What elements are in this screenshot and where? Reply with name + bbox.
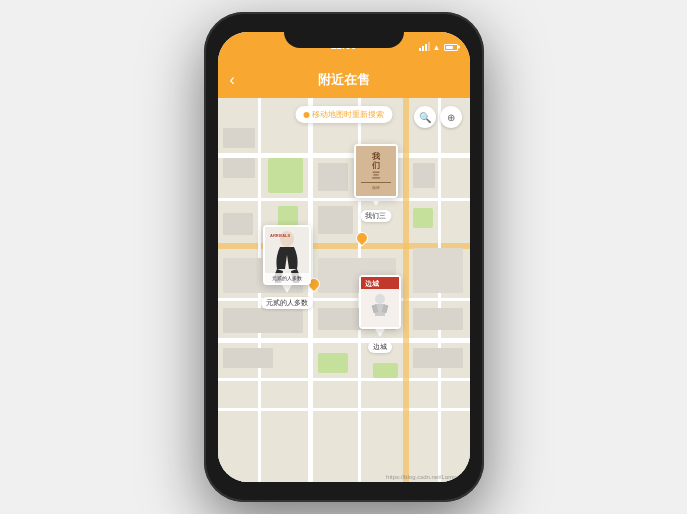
svg-rect-19 — [223, 128, 255, 148]
pin-head-2 — [354, 230, 371, 247]
map-search-icons: 🔍 ⊕ — [414, 106, 462, 128]
signal-icon — [419, 43, 430, 51]
book-cover-1: 我们三 杨绛 — [356, 146, 396, 196]
location-pin-2 — [356, 232, 368, 244]
svg-point-39 — [375, 294, 385, 304]
svg-rect-6 — [218, 378, 470, 381]
map-area: UCHENGMENWAIRESIDENTIALDISTRICT YUERESID… — [218, 98, 470, 482]
svg-rect-28 — [223, 308, 303, 333]
book-card-2: ARRIVALS 元贰的人多数 — [263, 225, 311, 285]
map-background — [218, 98, 470, 482]
phone-screen: 12:00 ▲ ‹ 附近在售 — [218, 32, 470, 482]
pin-arrow-2 — [282, 285, 292, 293]
svg-rect-20 — [223, 158, 255, 178]
refresh-label: 移动地图时重新搜索 — [312, 109, 384, 120]
status-bar: 12:00 ▲ — [218, 32, 470, 62]
watermark: https://blog.csdn.net/Lamonlyi — [386, 474, 465, 480]
svg-rect-31 — [223, 348, 273, 368]
book-card-1: 我们三 杨绛 — [354, 144, 398, 198]
book-title-1: 我们三 — [360, 210, 391, 222]
refresh-dot — [303, 112, 309, 118]
book-title-2: 元贰的人多数 — [261, 297, 313, 309]
back-button[interactable]: ‹ — [230, 71, 235, 89]
svg-rect-2 — [218, 198, 470, 201]
nav-bar: ‹ 附近在售 — [218, 62, 470, 98]
search-icon-button[interactable]: 🔍 — [414, 106, 436, 128]
book-cover-2: ARRIVALS 元贰的人多数 — [265, 227, 309, 283]
svg-rect-32 — [413, 348, 463, 368]
svg-rect-1 — [218, 153, 470, 158]
cover-design-3: 边城 — [361, 277, 399, 327]
svg-text:边城: 边城 — [365, 279, 380, 287]
pin-arrow-3 — [375, 329, 385, 337]
svg-rect-30 — [413, 308, 463, 330]
svg-rect-21 — [318, 163, 348, 191]
svg-rect-7 — [218, 408, 470, 411]
phone-frame: 12:00 ▲ ‹ 附近在售 — [204, 12, 484, 502]
svg-rect-4 — [218, 298, 470, 301]
status-time: 12:00 — [331, 40, 357, 51]
battery-icon — [444, 44, 458, 51]
book-pin-2[interactable]: ARRIVALS 元贰的人多数 元贰的人多数 — [263, 225, 311, 293]
book-title-3: 边城 — [368, 341, 392, 353]
svg-text:ARRIVALS: ARRIVALS — [270, 233, 290, 238]
status-icons: ▲ — [419, 43, 458, 52]
svg-rect-16 — [413, 208, 433, 228]
nav-title: 附近在售 — [318, 71, 370, 89]
refresh-bar[interactable]: 移动地图时重新搜索 — [295, 106, 392, 123]
svg-rect-13 — [268, 158, 303, 193]
pin-arrow-1 — [371, 198, 381, 206]
book-card-3: 边城 — [359, 275, 401, 329]
svg-rect-17 — [318, 353, 348, 373]
svg-rect-5 — [218, 338, 470, 343]
book-pin-1[interactable]: 我们三 杨绛 我们三 — [354, 144, 398, 206]
wifi-icon: ▲ — [433, 43, 441, 52]
svg-rect-24 — [318, 206, 353, 234]
book-cover-3: 边城 — [361, 277, 399, 327]
zoom-icon-button[interactable]: ⊕ — [440, 106, 462, 128]
svg-rect-18 — [373, 363, 398, 378]
svg-rect-27 — [413, 248, 463, 293]
svg-rect-11 — [403, 98, 409, 482]
svg-rect-23 — [223, 213, 253, 235]
svg-rect-22 — [413, 163, 435, 188]
book-pin-3[interactable]: 边城 边城 — [359, 275, 401, 337]
